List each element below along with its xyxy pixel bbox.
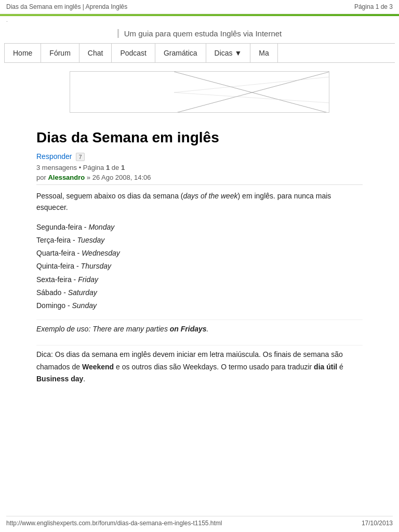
day-friday: Sexta-feira - Friday [36,273,363,286]
tip-section: Dica: Os dias da semana em inglês devem … [36,345,363,384]
example-text: There are many parties on Fridays [92,325,206,333]
svg-line-2 [174,77,329,92]
reply-link[interactable]: Responder [36,152,72,161]
banner [70,71,329,113]
nav-forum[interactable]: Fórum [41,44,79,62]
footer-url: http://www.englishexperts.com.br/forum/d… [6,520,222,527]
day-saturday: Sábado - Saturday [36,286,363,299]
svg-line-3 [174,92,329,103]
example-paragraph: Exemplo de uso: There are many parties o… [36,320,363,338]
post-by-label: por [36,174,46,181]
day-monday: Segunda-feira - Monday [36,221,363,234]
day-thursday: Quinta-feira - Thursday [36,260,363,273]
post-date: » 26 Ago 2008, 14:06 [87,174,151,181]
days-list: Segunda-feira - Monday Terça-feira - Tue… [36,221,363,312]
pagination-text: 3 mensagens • Página 1 de 1 [36,164,125,171]
tagline-bar: Um guia para quem estuda Inglês via Inte… [0,24,399,43]
intro-paragraph: Pessoal, seguem abaixo os dias da semana… [36,190,363,214]
dot-separator: . [0,16,399,24]
reply-section: Responder 7 [36,152,363,161]
navigation: Home Fórum Chat Podcast Gramática Dicas … [4,43,395,63]
main-content: Dias da Semana em inglês Responder 7 3 m… [0,121,399,389]
tip-text: Dica: Os dias da semana em inglês devem … [36,350,343,382]
top-bar: Dias da Semana em inglês | Aprenda Inglê… [0,0,399,14]
nav-mais[interactable]: Ma [250,44,277,62]
nav-gramatica[interactable]: Gramática [155,44,206,62]
page-footer: http://www.englishexperts.com.br/forum/d… [6,516,393,527]
day-sunday: Domingo - Sunday [36,299,363,312]
day-wednesday: Quarta-feira - Wednesday [36,247,363,260]
nav-chat[interactable]: Chat [79,44,112,62]
page-title: Dias da Semana em inglês [36,129,363,146]
tab-title: Dias da Semana em inglês | Aprenda Inglê… [6,3,127,10]
intro-italic: days of the week [183,192,238,200]
nav-home[interactable]: Home [4,44,41,62]
post-author[interactable]: Alessandro [48,174,85,181]
banner-graphic [70,72,329,113]
nav-podcast[interactable]: Podcast [112,44,155,62]
tagline-text: Um guia para quem estuda Inglês via Inte… [117,29,282,38]
post-meta: por Alessandro » 26 Ago 2008, 14:06 [36,174,363,185]
reply-count: 7 [76,153,84,161]
example-prefix: Exemplo de uso: [36,325,92,333]
footer-date: 17/10/2013 [362,520,393,527]
post-body: Pessoal, seguem abaixo os dias da semana… [36,190,363,385]
intro-text: Pessoal, seguem abaixo os dias da semana… [36,192,183,200]
day-tuesday: Terça-feira - Tuesday [36,234,363,247]
nav-dicas[interactable]: Dicas ▼ [206,44,251,62]
pagination-bar: 3 mensagens • Página 1 de 1 [36,164,363,171]
page-info: Página 1 de 3 [354,3,393,10]
